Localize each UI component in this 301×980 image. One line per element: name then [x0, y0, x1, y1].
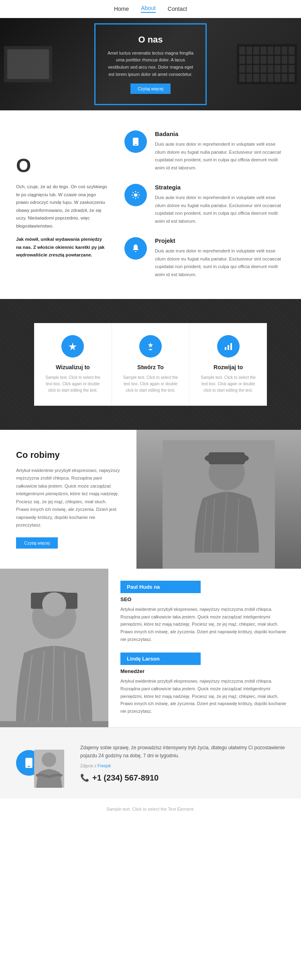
- team-member-paul-name: Paul Huds na: [120, 581, 201, 593]
- svg-point-2: [134, 193, 137, 197]
- person-photo-dorobimy: [136, 430, 301, 569]
- cta-phone-row: 📞 +1 (234) 567-8910: [80, 773, 285, 783]
- cta-person-image: [34, 750, 64, 788]
- navigation: Home About Contact: [0, 0, 301, 18]
- hero-description: Amet luctus venenatis lectus magna fring…: [108, 50, 193, 78]
- cta-text: Zdajemy sobie sprawę, że prowadzisz inte…: [80, 744, 285, 760]
- chart-icon: [224, 342, 233, 351]
- team-member-paul-desc: Artykuł ewidentnie przybyłl ekspresowo, …: [120, 606, 289, 643]
- person-silhouette-svg: [163, 440, 275, 569]
- features-right: Badania Duis aute irure dolor in reprehe…: [124, 130, 285, 279]
- notification-icon: [131, 244, 140, 253]
- dorobimy-title: Co robimy: [16, 450, 120, 460]
- phone-icon: 📞: [80, 773, 89, 782]
- cta-content: Zdajemy sobie sprawę, że prowadzisz inte…: [80, 744, 285, 783]
- cta-attribution-link[interactable]: Freepik: [98, 764, 111, 768]
- footer-note-text: Sample text. Click to select the Text El…: [106, 807, 195, 811]
- team-photo-image: [0, 569, 108, 727]
- features-left-bold: Jak mówił, unikal wydawania pieniędzy na…: [16, 236, 108, 259]
- svg-rect-5: [225, 347, 226, 350]
- feature-desc-projekt: Duis aute irure dolor in reprehenderit i…: [155, 247, 285, 279]
- cta-attribution: Zdjęcie z Freepik: [80, 762, 285, 769]
- card-desc-stworz: Sample text. Click to select the text bo…: [120, 374, 181, 394]
- svg-rect-7: [230, 343, 232, 350]
- feature-icon-badania: [124, 130, 147, 153]
- features-left-paragraph: Och, czuje, że aż do tego. On coś szybki…: [16, 183, 108, 230]
- features-left: O Och, czuje, że aż do tego. On coś szyb…: [16, 130, 108, 279]
- feature-title-badania: Badania: [155, 130, 285, 137]
- cards-section: Wizualizuj to Sample text. Click to sele…: [0, 299, 301, 430]
- feature-text-badania: Badania Duis aute irure dolor in reprehe…: [155, 130, 285, 172]
- team-member-paul: Paul Huds na SEO Artykuł ewidentnie przy…: [120, 581, 289, 643]
- feature-text-projekt: Projekt Duis aute irure dolor in reprehe…: [155, 237, 285, 279]
- feature-title-projekt: Projekt: [155, 237, 285, 244]
- team-member-linda-role: Menedżer: [120, 668, 289, 674]
- feature-icon-projekt: [124, 237, 147, 260]
- card-desc-wizualizuj: Sample text. Click to select the text bo…: [42, 374, 104, 394]
- dorobimy-right: [136, 430, 301, 569]
- feature-item-projekt: Projekt Duis aute irure dolor in reprehe…: [124, 237, 285, 279]
- gear-icon: [131, 190, 140, 200]
- hero-box: O nas Amet luctus venenatis lectus magna…: [94, 23, 207, 105]
- card-icon-wizualizuj: [61, 335, 84, 358]
- sparkle-icon: [68, 342, 77, 351]
- team-member-linda-name: Lindę Larson: [120, 653, 201, 665]
- svg-point-28: [42, 752, 56, 767]
- feature-title-strategia: Strategia: [155, 184, 285, 191]
- card-icon-rozwijaj: [217, 335, 240, 358]
- feature-desc-strategia: Duis aute irure dolor in reprehenderit i…: [155, 194, 285, 225]
- team-member-linda-desc: Artykuł ewidentnie przybyłl ekspresowo, …: [120, 677, 289, 715]
- big-letter-o: O: [16, 155, 108, 177]
- dorobimy-left: Co robimy Artykuł ewidentnie przybyłl ek…: [0, 430, 136, 569]
- dorobimy-section: Co robimy Artykuł ewidentnie przybyłl ek…: [0, 430, 301, 569]
- feature-icon-strategia: [124, 184, 147, 206]
- team-member-paul-role: SEO: [120, 596, 289, 602]
- team-member-linda: Lindę Larson Menedżer Artykuł ewidentnie…: [120, 653, 289, 715]
- hero-section: O nas Amet luctus venenatis lectus magna…: [0, 18, 301, 110]
- card-icon-stworz: [139, 335, 162, 358]
- card-title-rozwijaj: Rozwijaj to: [197, 364, 259, 370]
- svg-rect-11: [209, 452, 245, 464]
- nav-contact[interactable]: Contact: [168, 6, 187, 12]
- footer-note: Sample text. Click to select the Text El…: [0, 799, 301, 819]
- dorobimy-description: Artykuł ewidentnie przybyłl ekspresowo, …: [16, 467, 120, 529]
- mobile-icon: [131, 137, 140, 146]
- team-section: Paul Huds na SEO Artykuł ewidentnie przy…: [0, 569, 301, 727]
- cta-section: Zdajemy sobie sprawę, że prowadzisz inte…: [0, 727, 301, 799]
- nav-home[interactable]: Home: [114, 6, 129, 12]
- feature-desc-badania: Duis aute irure dolor in reprehenderit i…: [155, 140, 285, 172]
- team-person-svg: [0, 569, 108, 721]
- team-right: Paul Huds na SEO Artykuł ewidentnie przy…: [108, 569, 301, 727]
- svg-rect-6: [228, 345, 229, 350]
- plus-star-icon: [146, 342, 155, 351]
- card-title-stworz: Stwórz To: [120, 364, 181, 370]
- card-title-wizualizuj: Wizualizuj to: [42, 364, 104, 370]
- feature-item-strategia: Strategia Duis aute irure dolor in repre…: [124, 184, 285, 225]
- card-item-rozwijaj: Rozwijaj to Sample text. Click to select…: [189, 323, 267, 406]
- cta-phone-number: +1 (234) 567-8910: [92, 773, 159, 783]
- svg-rect-19: [31, 593, 77, 609]
- card-item-stworz: Stwórz To Sample text. Click to select t…: [112, 323, 190, 406]
- svg-rect-26: [27, 766, 31, 767]
- hero-keyboard-decoration: [237, 44, 297, 84]
- card-item-wizualizuj: Wizualizuj to Sample text. Click to sele…: [34, 323, 112, 406]
- hero-laptop-decoration: [4, 46, 52, 82]
- hero-read-more-button[interactable]: Czytaj więcej: [130, 83, 171, 94]
- feature-text-strategia: Strategia Duis aute irure dolor in repre…: [155, 184, 285, 225]
- dorobimy-read-more-button[interactable]: Czytaj więcej: [16, 537, 58, 549]
- mobile-cta-icon: [23, 757, 35, 769]
- nav-about[interactable]: About: [141, 5, 156, 13]
- hero-title: O nas: [108, 35, 193, 45]
- feature-item-badania: Badania Duis aute irure dolor in reprehe…: [124, 130, 285, 172]
- svg-rect-1: [134, 144, 137, 145]
- features-section: O Och, czuje, że aż do tego. On coś szyb…: [0, 110, 301, 299]
- card-desc-rozwijaj: Sample text. Click to select the text bo…: [197, 374, 259, 394]
- cards-inner: Wizualizuj to Sample text. Click to sele…: [34, 323, 267, 406]
- cta-attribution-text: Zdjęcie z: [80, 764, 96, 768]
- team-photo: [0, 569, 108, 727]
- cta-person-svg: [34, 750, 64, 788]
- cta-icon-area: [16, 750, 56, 776]
